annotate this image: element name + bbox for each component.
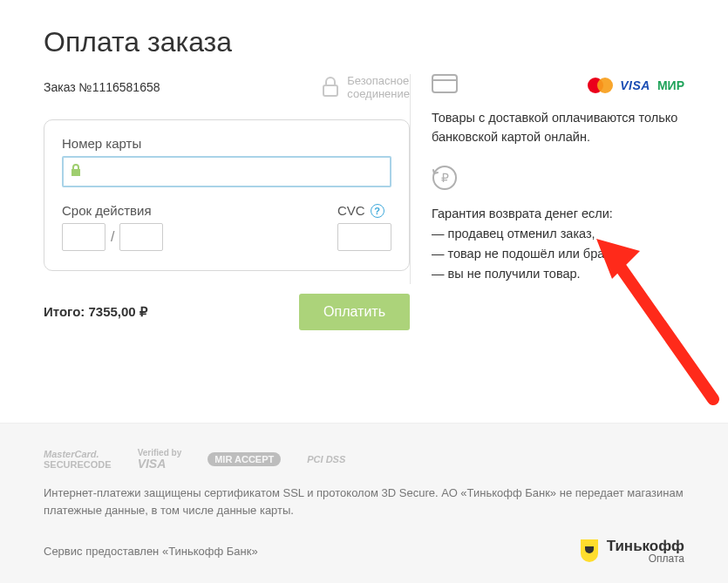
card-number-input[interactable] <box>62 156 391 187</box>
page-title: Оплата заказа <box>44 26 684 58</box>
expiry-month-input[interactable] <box>62 223 105 251</box>
footer-disclaimer: Интернет-платежи защищены сертификатом S… <box>44 485 684 519</box>
guarantee-list: — продавец отменил заказ, — товар не под… <box>432 224 684 285</box>
card-details-box: Номер карты Срок действия / <box>44 119 410 271</box>
lock-icon <box>71 164 81 180</box>
svg-rect-0 <box>323 85 337 96</box>
delivery-info-text: Товары с доставкой оплачиваются только б… <box>432 109 684 147</box>
order-number: Заказ №1116581658 <box>44 80 321 94</box>
cvc-label: CVC <box>337 203 365 218</box>
visa-logo: VISA <box>620 78 650 92</box>
card-number-label: Номер карты <box>62 136 391 151</box>
expiry-separator: / <box>111 229 114 245</box>
tinkoff-sub: Оплата <box>607 553 684 564</box>
expiry-label: Срок действия <box>62 203 163 218</box>
expiry-year-input[interactable] <box>119 223 163 251</box>
secure-connection-badge: Безопасное соединение <box>321 74 410 100</box>
svg-rect-1 <box>432 75 457 92</box>
cvc-input[interactable] <box>337 223 391 251</box>
mastercard-logo <box>588 78 613 93</box>
shield-icon <box>579 538 600 564</box>
pci-dss-logo: PCI DSS <box>307 454 345 464</box>
svg-text:₽: ₽ <box>441 171 449 185</box>
verified-by-visa-logo: Verified by VISA <box>138 448 182 471</box>
mir-logo: МИР <box>657 78 684 92</box>
guarantee-item-3: — вы не получили товар. <box>432 264 684 284</box>
secure-line1: Безопасное <box>347 74 410 87</box>
mir-accept-logo: MIR ACCEPT <box>208 454 281 464</box>
tinkoff-name: Тинькофф <box>607 539 684 553</box>
service-provider-text: Сервис предоставлен «Тинькофф Банк» <box>44 545 258 558</box>
lock-icon <box>321 76 340 98</box>
mastercard-securecode-logo: MasterCard. SECURECODE <box>44 449 112 470</box>
pay-button[interactable]: Оплатить <box>299 294 410 330</box>
help-icon[interactable]: ? <box>371 204 384 218</box>
card-icon <box>432 74 458 97</box>
footer: MasterCard. SECURECODE Verified by VISA … <box>0 423 728 583</box>
refund-icon: ₽ <box>432 165 684 194</box>
tinkoff-logo: Тинькофф Оплата <box>579 538 684 564</box>
total-amount: Итого: 7355,00 ₽ <box>44 304 148 320</box>
guarantee-title: Гарантия возврата денег если: <box>432 207 684 220</box>
footer-security-logos: MasterCard. SECURECODE Verified by VISA … <box>44 448 684 471</box>
guarantee-item-1: — продавец отменил заказ, <box>432 224 684 244</box>
secure-line2: соединение <box>347 87 410 100</box>
guarantee-item-2: — товар не подошёл или брак, <box>432 244 684 264</box>
